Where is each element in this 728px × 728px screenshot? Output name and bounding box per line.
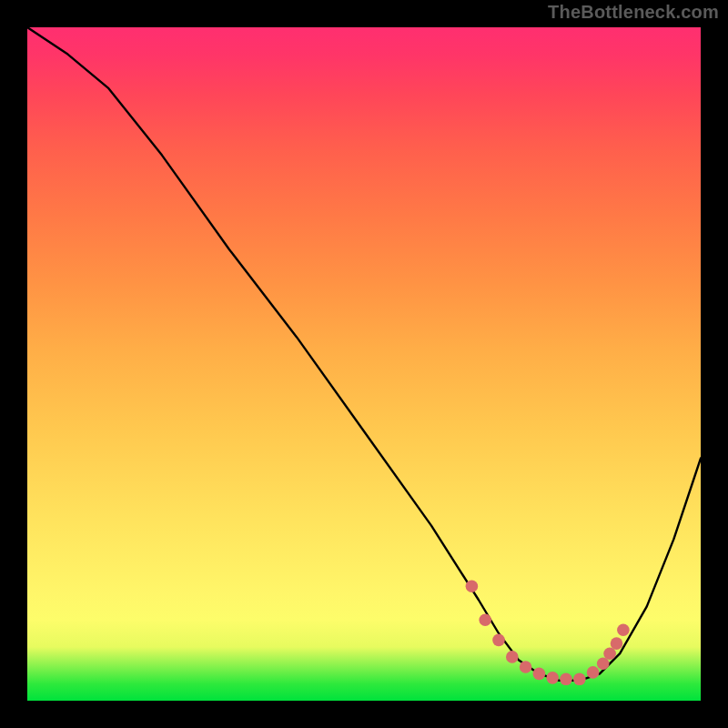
highlight-dot bbox=[533, 668, 546, 681]
highlight-dot bbox=[479, 613, 491, 626]
highlight-dot bbox=[597, 658, 610, 671]
highlight-dot bbox=[603, 647, 616, 660]
chart-stage: TheBottleneck.com bbox=[0, 0, 728, 728]
highlight-dot bbox=[520, 661, 532, 673]
highlight-dot bbox=[492, 634, 505, 647]
plot-area bbox=[27, 27, 701, 701]
highlight-dot bbox=[506, 651, 519, 663]
bottleneck-curve bbox=[27, 27, 701, 681]
watermark-text: TheBottleneck.com bbox=[548, 2, 719, 23]
highlight-dot bbox=[546, 672, 559, 684]
highlight-dot bbox=[587, 666, 600, 679]
curve-layer bbox=[27, 27, 701, 701]
highlight-dot bbox=[560, 673, 572, 686]
highlight-dot bbox=[611, 637, 623, 650]
highlight-dot bbox=[617, 624, 630, 637]
highlight-dot bbox=[573, 673, 586, 686]
highlight-dot bbox=[466, 580, 479, 592]
